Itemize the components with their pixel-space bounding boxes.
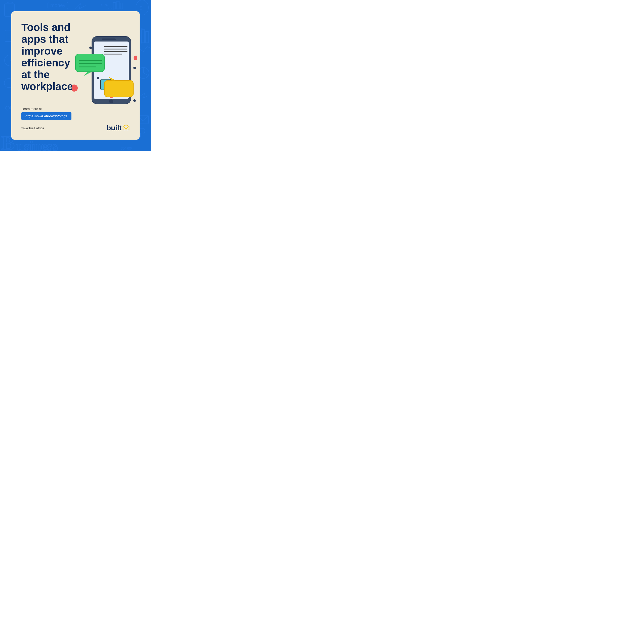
main-card: Tools and apps that improve efficiency a…: [11, 11, 140, 140]
svg-rect-49: [75, 54, 104, 72]
svg-text:30/: 30/: [121, 146, 126, 150]
phone-illustration: [72, 34, 137, 109]
outer-border: B $: [0, 0, 151, 151]
brand-icon-symbol: [123, 124, 130, 132]
brand-name: built: [107, 124, 122, 132]
svg-rect-36: [117, 1, 119, 9]
svg-line-23: [143, 73, 148, 75]
footer-row: www.built.africa built: [21, 124, 130, 132]
svg-text:money: money: [50, 3, 65, 8]
svg-marker-50: [84, 72, 92, 75]
svg-text:60/: 60/: [127, 146, 132, 150]
svg-point-56: [89, 47, 92, 49]
svg-point-59: [133, 67, 136, 69]
svg-point-12: [6, 106, 10, 110]
url-link[interactable]: https://built.africa/gh/blogs: [21, 112, 71, 120]
svg-rect-54: [104, 81, 133, 97]
svg-rect-20: [146, 31, 149, 43]
svg-rect-37: [120, 3, 123, 9]
svg-rect-35: [113, 3, 116, 9]
svg-rect-41: [102, 38, 116, 40]
svg-rect-19: [141, 30, 144, 43]
svg-point-61: [133, 99, 136, 102]
svg-text:40%: 40%: [101, 3, 108, 7]
svg-point-58: [134, 56, 137, 60]
svg-text:$: $: [140, 6, 142, 11]
svg-line-63: [126, 127, 128, 129]
website-label: www.built.africa: [21, 126, 44, 130]
svg-text:10%: 10%: [108, 8, 114, 11]
svg-point-57: [97, 77, 99, 79]
svg-line-64: [124, 127, 126, 129]
svg-point-42: [109, 99, 113, 103]
svg-rect-32: [48, 2, 68, 9]
svg-text:usiness: usiness: [16, 138, 58, 151]
brand-logo: built: [107, 124, 130, 132]
svg-point-60: [72, 85, 78, 92]
